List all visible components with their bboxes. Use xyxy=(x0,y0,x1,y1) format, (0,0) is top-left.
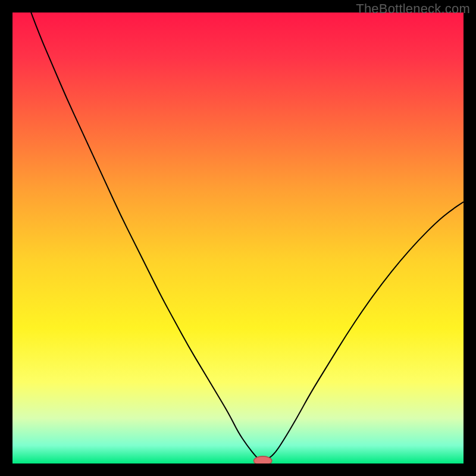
chart-plot-area xyxy=(12,12,464,464)
chart-frame: TheBottleneck.com xyxy=(0,0,476,476)
chart-svg xyxy=(12,12,464,464)
gradient-background xyxy=(12,12,464,464)
target-marker xyxy=(254,456,272,464)
